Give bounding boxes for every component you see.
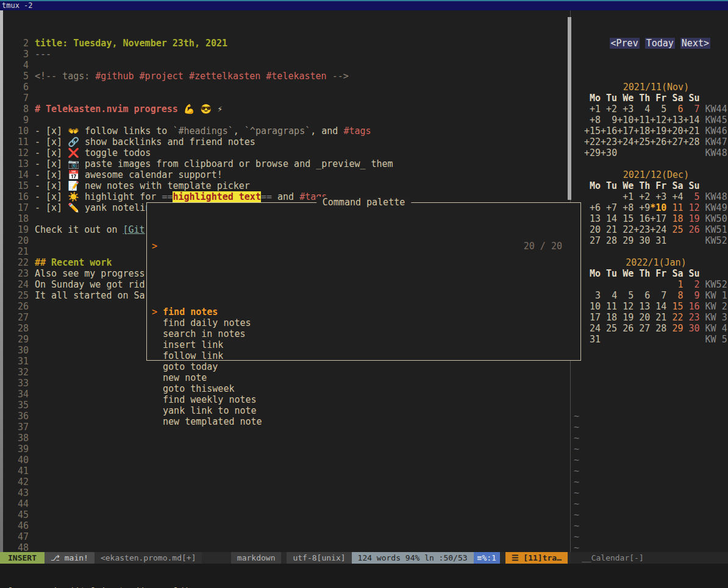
editor-line[interactable]: 10- [x] 👐 follow links to `#headings`, `… [3, 126, 570, 136]
editor-line[interactable]: 16- [x] ☀️ highlight for ==highlighted t… [3, 191, 570, 202]
editor-line[interactable]: 4 [3, 60, 570, 71]
calendar-day[interactable]: +23 [633, 224, 650, 235]
calendar-day[interactable]: +8 [617, 202, 633, 213]
calendar-day[interactable]: +2 [633, 191, 650, 202]
calendar-day[interactable]: 26 [617, 323, 633, 334]
editor-line[interactable]: 3--- [3, 49, 570, 60]
calendar-day[interactable]: 17 [584, 312, 601, 323]
editor-line[interactable]: 40 [3, 455, 570, 466]
calendar-day[interactable]: 5 [683, 191, 699, 202]
calendar-day[interactable]: +24 [617, 136, 633, 147]
calendar-day[interactable]: 8 [666, 290, 683, 301]
calendar-day[interactable]: 22 [666, 312, 683, 323]
calendar-day[interactable]: 30 [683, 323, 699, 334]
palette-prompt-row[interactable]: > 20 / 20 [147, 241, 580, 252]
calendar-day[interactable]: 7 [683, 104, 699, 115]
palette-item[interactable]: yank link to note [147, 405, 580, 416]
calendar-day[interactable]: 12 [683, 202, 699, 213]
calendar-day[interactable]: 19 [617, 312, 633, 323]
calendar-next-button[interactable]: Next> [680, 38, 710, 49]
calendar-day[interactable]: 28 [650, 323, 666, 334]
calendar-day[interactable]: 1 [666, 279, 683, 290]
calendar-day[interactable]: 9 [683, 290, 699, 301]
palette-item[interactable]: goto today [147, 361, 580, 372]
calendar-day[interactable]: +23 [601, 136, 617, 147]
calendar-day[interactable]: +20 [666, 126, 683, 136]
editor-line[interactable]: 9 [3, 115, 570, 126]
editor-line[interactable]: 42 [3, 476, 570, 487]
calendar-day[interactable]: +24 [650, 224, 666, 235]
calendar-day[interactable]: 28 [601, 235, 617, 246]
calendar-day[interactable]: 27 [584, 235, 601, 246]
editor-line[interactable]: 8# Telekasten.nvim progress 💪 😎 ⚡ [3, 104, 570, 115]
calendar-day[interactable]: 20 [584, 224, 601, 235]
editor-line[interactable]: 15- [x] 📝 new notes with template picker [3, 180, 570, 191]
calendar-day[interactable]: 25 [666, 224, 683, 235]
editor-line[interactable]: 6 [3, 82, 570, 93]
editor-line[interactable]: 46 [3, 520, 570, 531]
tab-indicator[interactable]: ☰ [11]tra… [505, 552, 568, 564]
palette-item[interactable]: find weekly notes [147, 394, 580, 405]
calendar-day[interactable]: +1 [584, 104, 601, 115]
calendar-day[interactable]: +30 [601, 147, 617, 158]
calendar-day[interactable]: +18 [633, 126, 650, 136]
editor-line[interactable]: 48 [3, 542, 570, 552]
calendar-day[interactable]: 20 [633, 312, 650, 323]
calendar-day[interactable]: 16 [683, 301, 699, 312]
calendar-day[interactable]: +14 [683, 115, 699, 126]
calendar-day[interactable]: +17 [617, 126, 633, 136]
calendar-day[interactable]: 13 [633, 301, 650, 312]
calendar-prev-button[interactable]: <Prev [610, 38, 640, 49]
editor-line[interactable]: 2title: Tuesday, November 23th, 2021 [3, 38, 570, 49]
calendar-day[interactable]: +29 [584, 147, 601, 158]
palette-item[interactable]: insert link [147, 339, 580, 350]
calendar-day[interactable]: 30 [633, 235, 650, 246]
editor-line[interactable]: 43 [3, 487, 570, 498]
palette-item[interactable]: search in notes [147, 328, 580, 339]
editor-line[interactable]: 13- [x] 📷 paste images from clipboard or… [3, 158, 570, 169]
calendar-day[interactable]: 22 [617, 224, 633, 235]
calendar-day[interactable]: 3 [584, 290, 601, 301]
calendar-day[interactable]: +17 [650, 213, 666, 224]
calendar-day[interactable]: 16 [633, 213, 650, 224]
palette-prompt[interactable]: > [152, 241, 524, 252]
calendar-day[interactable]: 31 [650, 235, 666, 246]
calendar-day[interactable]: 4 [601, 290, 617, 301]
calendar-day[interactable]: 2 [683, 279, 699, 290]
palette-item[interactable]: goto thisweek [147, 383, 580, 394]
calendar-day[interactable]: +3 [650, 191, 666, 202]
calendar-day[interactable]: 19 [683, 213, 699, 224]
calendar-day[interactable]: 15 [617, 213, 633, 224]
calendar-day[interactable]: 18 [666, 213, 683, 224]
calendar-day[interactable]: +16 [601, 126, 617, 136]
calendar-day[interactable]: +25 [633, 136, 650, 147]
calendar-day[interactable]: 6 [633, 290, 650, 301]
calendar-day[interactable]: +10 [617, 115, 633, 126]
calendar-day[interactable]: 25 [601, 323, 617, 334]
calendar-day[interactable]: +2 [601, 104, 617, 115]
calendar-day[interactable]: 5 [650, 104, 666, 115]
calendar-day[interactable]: +19 [650, 126, 666, 136]
calendar-day[interactable]: +3 [617, 104, 633, 115]
palette-item[interactable]: new note [147, 372, 580, 383]
calendar-day[interactable]: +28 [683, 136, 699, 147]
calendar-day[interactable]: 27 [633, 323, 650, 334]
editor-line[interactable]: 14- [x] 📅 awesome calendar support! [3, 169, 570, 180]
calendar-day[interactable]: 29 [666, 323, 683, 334]
calendar-day[interactable]: 26 [683, 224, 699, 235]
calendar-day[interactable]: 10 [584, 301, 601, 312]
calendar-day[interactable]: 4 [633, 104, 650, 115]
calendar-day[interactable]: 7 [650, 290, 666, 301]
command-line[interactable]: :lua require('telekasten').panel() [0, 586, 728, 588]
calendar-day[interactable]: +11 [633, 115, 650, 126]
palette-item[interactable]: find daily notes [147, 317, 580, 328]
calendar-day[interactable]: +7 [601, 202, 617, 213]
calendar-day[interactable]: +13 [666, 115, 683, 126]
calendar-today-button[interactable]: Today [645, 38, 675, 49]
calendar-day[interactable]: +26 [650, 136, 666, 147]
calendar-day[interactable]: +9 [633, 202, 650, 213]
editor-line[interactable]: 47 [3, 531, 570, 542]
calendar-day[interactable]: +27 [666, 136, 683, 147]
calendar-day[interactable]: 12 [617, 301, 633, 312]
git-branch[interactable]: ⎇ main! [45, 552, 95, 564]
